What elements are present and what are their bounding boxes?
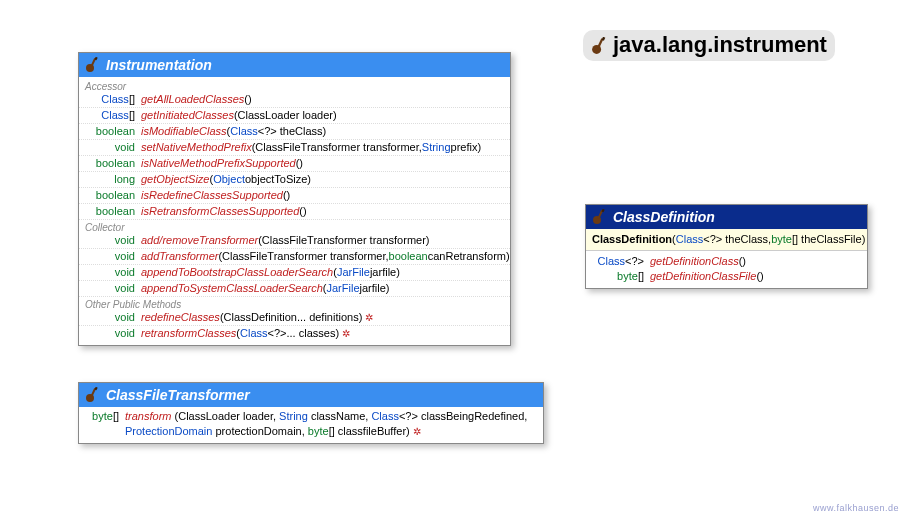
class-title: ClassDefinition (613, 209, 715, 225)
method-row: void setNativeMethodPrefix (ClassFileTra… (79, 140, 510, 156)
method-row: Class<?> getDefinitionClass () (586, 254, 867, 269)
violin-icon (592, 209, 608, 225)
constructor-row: ClassDefinition (Class<?> theClass, byte… (586, 229, 867, 251)
method-row: void appendToBootstrapClassLoaderSearch … (79, 265, 510, 281)
method-row: byte[] getDefinitionClassFile () (586, 269, 867, 288)
method-row: Class[] getInitiatedClasses (ClassLoader… (79, 108, 510, 124)
method-row: boolean isRetransformClassesSupported () (79, 204, 510, 220)
method-row: Class[] getAllLoadedClasses () (79, 92, 510, 108)
class-title: ClassFileTransformer (106, 387, 250, 403)
method-row: boolean isNativeMethodPrefixSupported () (79, 156, 510, 172)
method-row: boolean isModifiableClass (Class<?> theC… (79, 124, 510, 140)
method-row: void redefineClasses (ClassDefinition...… (79, 310, 510, 326)
package-title-text: java.lang.instrument (613, 32, 827, 57)
classfiletransformer-header: ClassFileTransformer (79, 383, 543, 407)
classdefinition-box: ClassDefinition ClassDefinition (Class<?… (585, 204, 868, 289)
method-row: boolean isRedefineClassesSupported () (79, 188, 510, 204)
section-accessor: Accessor (79, 79, 510, 92)
method-row: void addTransformer (ClassFileTransforme… (79, 249, 510, 265)
section-collector: Collector (79, 220, 510, 233)
method-row: void add/removeTransformer (ClassFileTra… (79, 233, 510, 249)
violin-icon (85, 57, 101, 73)
classfiletransformer-box: ClassFileTransformer byte[] transform (C… (78, 382, 544, 444)
footer-link[interactable]: www.falkhausen.de (813, 503, 899, 513)
instrumentation-box: Instrumentation Accessor Class[] getAllL… (78, 52, 511, 346)
violin-icon (85, 387, 101, 403)
method-row: long getObjectSize (Object objectToSize) (79, 172, 510, 188)
method-row: void appendToSystemClassLoaderSearch (Ja… (79, 281, 510, 297)
instrumentation-header: Instrumentation (79, 53, 510, 77)
method-row: byte[] transform (ClassLoader loader, St… (79, 409, 543, 439)
class-title: Instrumentation (106, 57, 212, 73)
violin-icon (591, 33, 609, 59)
classdefinition-header: ClassDefinition (586, 205, 867, 229)
section-other: Other Public Methods (79, 297, 510, 310)
package-title: java.lang.instrument (583, 30, 835, 61)
method-row: void retransformClasses (Class <?>... cl… (79, 326, 510, 341)
